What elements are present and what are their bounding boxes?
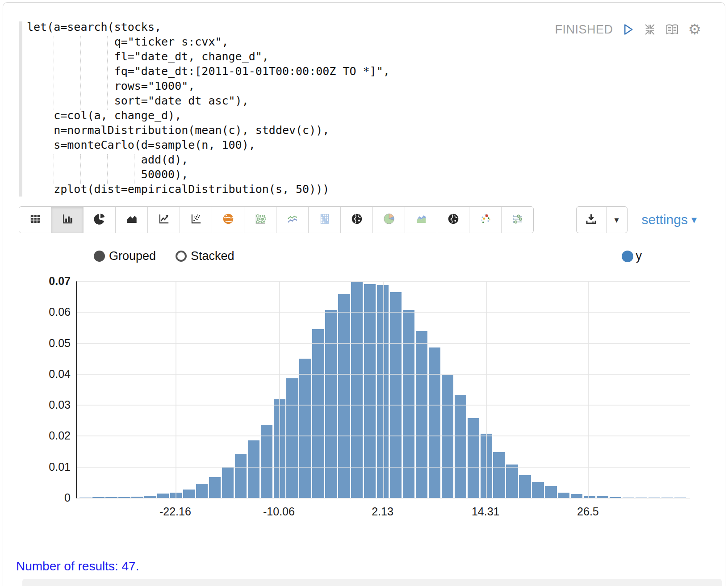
histogram-bar[interactable] (403, 310, 414, 498)
histogram-bar[interactable] (571, 494, 582, 498)
histogram-bar[interactable] (493, 452, 505, 498)
show-editor-book-icon[interactable] (665, 23, 679, 36)
histogram-bar[interactable] (183, 490, 195, 498)
scatter-chart-icon (189, 212, 203, 227)
histogram-bar[interactable] (325, 310, 337, 498)
histogram-bar[interactable] (351, 282, 363, 498)
histogram-bar[interactable] (131, 497, 143, 498)
gear-icon[interactable]: ⚙ (688, 23, 701, 36)
chart-type-area-chart-button[interactable] (116, 207, 148, 233)
heatmap-icon (318, 212, 331, 227)
histogram-bar[interactable] (597, 496, 608, 498)
indent-guide (80, 154, 81, 184)
histogram-bar[interactable] (92, 497, 104, 498)
chart-type-range-sliders-button[interactable] (502, 207, 533, 233)
histogram-bar[interactable] (364, 284, 376, 498)
histogram-bar[interactable] (429, 347, 440, 498)
chart-type-scatter-colored-button[interactable] (469, 207, 502, 233)
code-line: add(d), (27, 152, 390, 167)
histogram-bar[interactable] (235, 454, 247, 498)
chart-type-globe-2-button[interactable] (437, 207, 469, 233)
histogram-bar[interactable] (455, 395, 466, 498)
status-badge: FINISHED (555, 23, 613, 37)
download-split-button: ▾ (576, 206, 628, 233)
code-line: 50000), (27, 167, 390, 182)
x-tick-label: -10.06 (263, 505, 295, 518)
download-button[interactable] (577, 207, 607, 233)
histogram-bar[interactable] (623, 498, 634, 498)
histogram-bar[interactable] (558, 493, 569, 498)
chart-mode-options: GroupedStacked (94, 249, 234, 263)
chart-type-pie-colored-button[interactable] (373, 207, 405, 233)
indent-guide (54, 154, 54, 184)
histogram-bar[interactable] (79, 498, 91, 498)
y-tick-label: 0.07 (13, 275, 71, 288)
mode-option-stacked[interactable]: Stacked (176, 249, 234, 263)
collapse-icon[interactable] (643, 23, 657, 36)
histogram-bar[interactable] (636, 498, 647, 498)
area-chart-icon (125, 212, 138, 227)
histogram-bar[interactable] (532, 482, 544, 498)
radio-icon (176, 251, 187, 262)
histogram-bar[interactable] (584, 496, 595, 498)
histogram-bar[interactable] (661, 498, 673, 498)
chart-type-group (19, 206, 534, 233)
histogram-bar[interactable] (286, 378, 298, 498)
histogram-bar[interactable] (144, 496, 156, 498)
chart-type-table-button[interactable] (19, 207, 51, 233)
code-line: q="ticker_s:cvx", (27, 34, 390, 49)
histogram-bar[interactable] (545, 486, 556, 498)
settings-link[interactable]: settings ▾ (642, 212, 697, 227)
chart-type-bubble-chart-button[interactable] (244, 207, 276, 233)
v-gridline (383, 281, 384, 498)
histogram-bar[interactable] (506, 465, 518, 498)
histogram-bar[interactable] (299, 359, 311, 498)
indent-guide (107, 154, 108, 184)
histogram-bar[interactable] (416, 331, 427, 498)
legend-item[interactable]: y (622, 249, 642, 263)
histogram-bar[interactable] (468, 418, 479, 498)
histogram-bar[interactable] (674, 498, 686, 498)
chart-type-pie-chart-button[interactable] (84, 207, 116, 233)
chart-type-scatter-chart-button[interactable] (180, 207, 212, 233)
legend-dot-icon (622, 251, 633, 262)
histogram-bar[interactable] (157, 494, 169, 498)
mode-option-grouped[interactable]: Grouped (94, 249, 156, 263)
chart-type-map-button[interactable] (212, 207, 244, 233)
histogram-bar[interactable] (222, 467, 234, 498)
plot-area[interactable] (76, 281, 690, 498)
settings-label: settings (642, 212, 688, 227)
histogram-bar[interactable] (519, 475, 531, 498)
chart-type-heatmap-button[interactable] (309, 207, 341, 233)
radio-icon (94, 251, 105, 262)
indent-guide (107, 36, 108, 110)
chart-type-area-colored-button[interactable] (405, 207, 437, 233)
globe-dark2-icon (447, 212, 460, 227)
chart-type-line-chart-button[interactable] (148, 207, 180, 233)
download-menu-button[interactable]: ▾ (607, 207, 627, 233)
run-play-icon[interactable] (621, 22, 635, 37)
histogram-bar[interactable] (118, 497, 130, 498)
chart-type-bar-chart-button[interactable] (51, 207, 84, 233)
toolbar-right-controls: ▾ settings ▾ (576, 206, 697, 233)
histogram-bar[interactable] (248, 440, 259, 498)
range-sliders-icon (511, 212, 524, 227)
histogram-bar[interactable] (105, 497, 117, 498)
histogram-bar[interactable] (649, 498, 660, 498)
code-block[interactable]: let(a=search(stocks, q="ticker_s:cvx", f… (27, 20, 390, 197)
histogram-bar[interactable] (196, 484, 208, 498)
histogram-bar[interactable] (610, 497, 621, 498)
v-gridline (279, 281, 280, 498)
x-tick-label: 2.13 (372, 505, 393, 518)
y-tick-label: 0.04 (13, 368, 71, 381)
y-axis-labels: 0.070.060.050.040.030.020.010 (13, 281, 71, 498)
code-line: fl="date_dt, change_d", (27, 49, 390, 64)
results-count-text: Number of results: 47. (16, 559, 139, 573)
y-tick-label: 0.02 (13, 429, 71, 442)
chart-type-globe-button[interactable] (341, 207, 373, 233)
globe-orange-icon (222, 212, 235, 227)
histogram-bar[interactable] (312, 329, 324, 498)
chart-type-multi-line-chart-button[interactable] (276, 207, 309, 233)
indent-guide (54, 36, 54, 110)
histogram-bar[interactable] (209, 477, 221, 498)
